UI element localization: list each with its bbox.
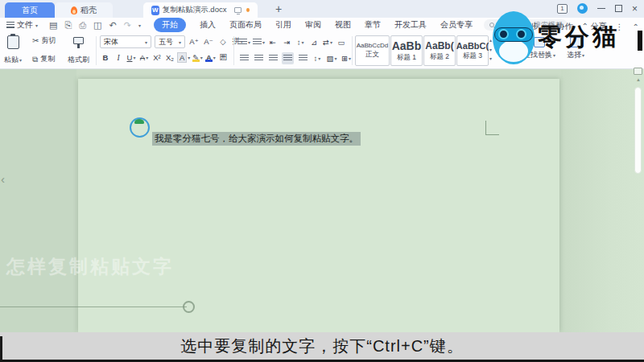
ruler-toggle-icon[interactable] xyxy=(634,68,642,75)
line-spacing-button[interactable]: ↕▾ xyxy=(312,52,323,64)
superscript-button[interactable]: X² xyxy=(151,51,163,64)
tab-section[interactable]: 章节 xyxy=(365,19,381,31)
tab-document[interactable]: W 复制粘贴演示.docx xyxy=(143,2,258,18)
progress-handle-icon xyxy=(183,301,195,313)
chevron-down-icon: ▾ xyxy=(35,23,38,28)
bullets-button[interactable]: ▾ xyxy=(238,36,250,48)
tab-references[interactable]: 引用 xyxy=(275,19,291,31)
vertical-scrollbar[interactable] xyxy=(634,87,642,174)
copy-button[interactable]: ⧉ 复制 xyxy=(32,54,56,64)
tab-view[interactable]: 视图 xyxy=(335,19,351,31)
wps-window: 首页 稻壳 W 复制粘贴演示.docx + 1 × 文件 ▾ ▤ ⎘ xyxy=(0,0,644,362)
share-button[interactable]: ⌃ 分享 xyxy=(581,21,606,32)
style-heading2[interactable]: AaBb( 标题 2 xyxy=(423,35,456,66)
collab-button[interactable]: ⚇ 协作 xyxy=(547,21,573,32)
justify-button[interactable] xyxy=(282,52,294,64)
account-avatar[interactable] xyxy=(577,3,588,14)
tab-insert[interactable]: 插入 xyxy=(200,19,216,31)
find-replace-button[interactable]: 查找替换▾ xyxy=(523,37,555,60)
tab-docer-label: 稻壳 xyxy=(80,5,97,16)
ribbon: 粘贴▾ ✂ 剪切 ⧉ 复制 格式刷 宋体▾ 五号 xyxy=(0,32,644,69)
close-button[interactable]: × xyxy=(632,5,638,13)
minimize-button[interactable] xyxy=(597,8,605,10)
tab-review[interactable]: 审阅 xyxy=(305,19,321,31)
tab-member[interactable]: 会员专享 xyxy=(440,19,473,31)
highlight-button[interactable]: ✎▾ xyxy=(192,51,203,64)
subtitle-bar: 选中要复制的文字，按下“Ctrl+C”键。 xyxy=(0,332,644,360)
cut-label: 剪切 xyxy=(41,35,56,46)
clear-format-button[interactable]: ◇ xyxy=(217,35,229,47)
style-heading3[interactable]: AaBbC( 标题 3 xyxy=(456,35,489,66)
save-icon[interactable]: ▤ xyxy=(49,21,57,30)
tab-page-layout[interactable]: 页面布局 xyxy=(229,19,262,31)
char-scale-button[interactable]: ⊿ xyxy=(308,36,320,48)
click-indicator-icon xyxy=(130,117,150,138)
font-size-select[interactable]: 五号▾ xyxy=(155,35,185,48)
numbering-button[interactable]: ▾ xyxy=(253,36,265,48)
find-replace-label: 查找替换 xyxy=(523,50,552,60)
qat-more-icon[interactable]: ▾ xyxy=(138,23,141,28)
shading-button[interactable]: ▨▾ xyxy=(326,52,337,64)
styles-gallery-arrows[interactable]: ▴▾▾ xyxy=(489,35,492,63)
more-menu-icon[interactable]: ⋮ xyxy=(616,23,624,31)
export-icon[interactable]: ⎘ xyxy=(64,21,72,30)
tab-start[interactable]: 开始 xyxy=(154,18,186,32)
style-heading1[interactable]: AaBb 标题 1 xyxy=(390,35,423,66)
collapse-ribbon-icon[interactable]: ⌃ xyxy=(633,23,639,31)
distribute-button[interactable] xyxy=(297,52,308,64)
strikethrough-button[interactable]: A▾ xyxy=(138,51,150,64)
document-canvas[interactable]: 我是零分猫七号，给大家演示如何复制粘贴文字。 怎样复制粘贴文字 ‹ ▲ xyxy=(0,69,644,332)
copy-label: 复制 xyxy=(40,54,55,64)
italic-button[interactable]: I xyxy=(113,51,124,64)
redo-icon[interactable]: ↷ xyxy=(124,21,131,30)
document-page[interactable]: 我是零分猫七号，给大家演示如何复制粘贴文字。 xyxy=(78,79,559,332)
align-center-button[interactable] xyxy=(253,52,264,64)
font-color-button[interactable]: A▾ xyxy=(204,51,216,64)
print-preview-icon[interactable]: ◫ xyxy=(93,21,101,30)
scroll-up-icon[interactable]: ▲ xyxy=(636,77,641,82)
paste-clipboard-icon xyxy=(7,35,19,49)
new-tab-button[interactable]: + xyxy=(275,2,282,15)
decrease-indent-button[interactable]: ⇤ xyxy=(267,36,279,48)
borders-button[interactable]: ⊞▾ xyxy=(341,52,352,64)
style-name: 正文 xyxy=(365,50,379,60)
style-sample: AaBb( xyxy=(425,40,453,51)
align-left-button[interactable] xyxy=(238,52,250,64)
wrap-button[interactable]: ⇄▾ xyxy=(322,36,333,48)
text-direction-button[interactable]: ↕▾ xyxy=(295,36,306,48)
search-icon xyxy=(489,23,494,27)
style-normal[interactable]: AaBbCcDd 正文 xyxy=(355,35,390,66)
cut-button[interactable]: ✂ 剪切 xyxy=(32,35,56,46)
increase-indent-button[interactable]: ⇥ xyxy=(281,36,292,48)
corner-shadow xyxy=(0,336,2,362)
sync-button[interactable]: 同步 xyxy=(522,21,539,32)
undo-icon[interactable]: ↶ xyxy=(109,21,116,30)
style-name: 标题 1 xyxy=(397,53,416,63)
tab-dev-tools[interactable]: 开发工具 xyxy=(394,19,427,31)
wps-writer-icon: W xyxy=(151,6,159,15)
bold-button[interactable]: B xyxy=(100,51,111,64)
char-shading-button[interactable]: A▾ xyxy=(177,51,190,64)
progress-line xyxy=(0,306,187,307)
grow-font-button[interactable]: A⁺ xyxy=(188,35,200,47)
collapse-panel-chevron-icon[interactable]: ‹ xyxy=(1,172,5,186)
share-icon: ⌃ xyxy=(581,22,588,31)
file-menu[interactable]: 文件 ▾ xyxy=(6,19,38,31)
paste-button[interactable]: 粘贴▾ xyxy=(4,35,22,65)
align-right-button[interactable] xyxy=(267,52,279,64)
underline-button[interactable]: U▾ xyxy=(126,51,137,64)
tab-home[interactable]: 首页 xyxy=(5,2,55,18)
window-list-button[interactable]: 1 xyxy=(557,4,568,14)
margin-crop-mark xyxy=(485,121,499,135)
shrink-font-button[interactable]: A⁻ xyxy=(203,35,214,47)
font-name-select[interactable]: 宋体▾ xyxy=(100,35,151,48)
subscript-button[interactable]: X₂ xyxy=(164,51,175,64)
enclosed-char-button[interactable]: 囲 xyxy=(217,51,229,64)
restore-button[interactable] xyxy=(615,5,622,12)
select-button[interactable]: 选择▾ xyxy=(567,37,584,60)
tab-docer[interactable]: 稻壳 xyxy=(55,2,113,18)
print-icon[interactable]: ⎙ xyxy=(79,21,86,30)
selected-text[interactable]: 我是零分猫七号，给大家演示如何复制粘贴文字。 xyxy=(152,132,361,146)
ruler-toggle-button[interactable]: ▭ xyxy=(336,36,347,48)
format-painter-button[interactable]: 格式刷 xyxy=(68,35,89,65)
